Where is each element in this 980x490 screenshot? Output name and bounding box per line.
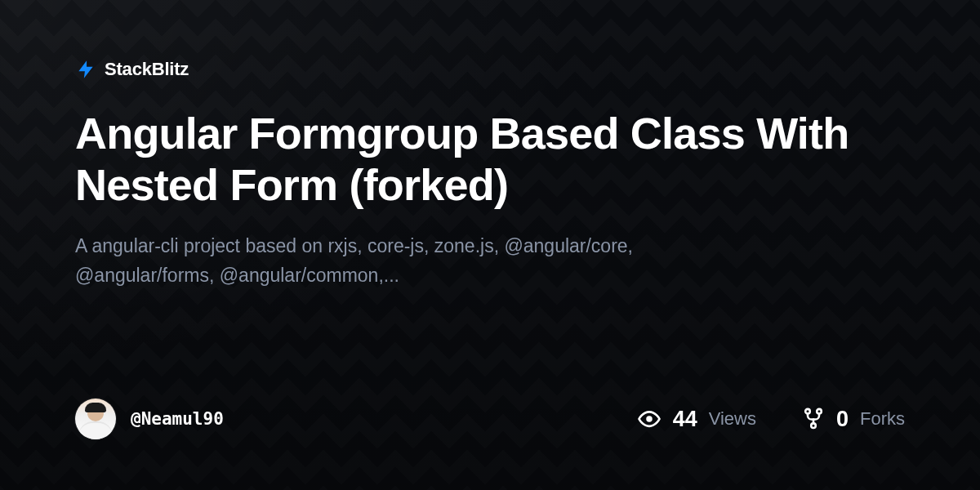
- footer-row: @Neamul90 44 Views: [75, 399, 905, 490]
- eye-icon: [637, 407, 662, 431]
- views-stat: 44 Views: [637, 407, 756, 432]
- stats-row: 44 Views 0 Forks: [637, 407, 905, 432]
- views-value: 44: [673, 407, 697, 432]
- forks-label: Forks: [860, 408, 905, 430]
- fork-icon: [802, 408, 825, 430]
- avatar: [75, 399, 116, 439]
- project-title: Angular Formgroup Based Class With Neste…: [75, 108, 905, 211]
- views-label: Views: [709, 408, 756, 430]
- forks-value: 0: [836, 407, 849, 432]
- svg-point-0: [646, 416, 653, 422]
- author-username: @Neamul90: [131, 409, 224, 429]
- project-description: A angular-cli project based on rxjs, cor…: [75, 232, 696, 290]
- bolt-icon: [75, 59, 96, 80]
- card-content: StackBlitz Angular Formgroup Based Class…: [0, 0, 980, 490]
- brand-name: StackBlitz: [105, 59, 189, 80]
- forks-stat: 0 Forks: [802, 407, 905, 432]
- brand-row: StackBlitz: [75, 59, 905, 80]
- author-block[interactable]: @Neamul90: [75, 399, 224, 439]
